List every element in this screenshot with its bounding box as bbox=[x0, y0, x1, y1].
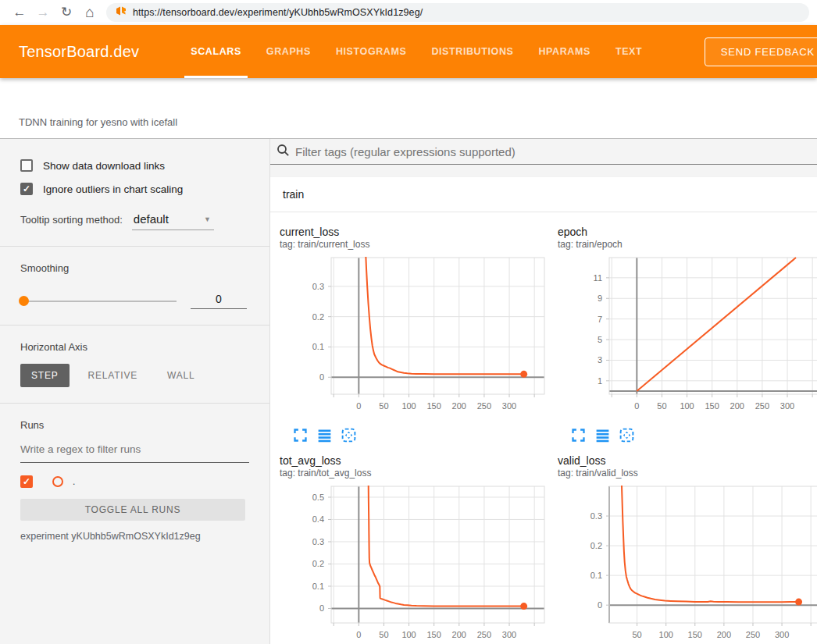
tab-histograms[interactable]: HISTOGRAMS bbox=[323, 25, 419, 78]
svg-text:200: 200 bbox=[717, 630, 731, 639]
tab-graphs[interactable]: GRAPHS bbox=[254, 25, 323, 78]
svg-text:0: 0 bbox=[319, 603, 324, 613]
svg-text:50: 50 bbox=[632, 630, 641, 639]
line-chart-valid-loss[interactable]: 5010015020025030000.10.20.3 bbox=[551, 484, 817, 644]
browser-toolbar: ← → ↻ ⌂ https://tensorboard.dev/experime… bbox=[0, 0, 817, 25]
svg-text:0.1: 0.1 bbox=[312, 342, 324, 351]
flatten-icon bbox=[594, 427, 611, 443]
tab-distributions[interactable]: DISTRIBUTIONS bbox=[419, 25, 526, 78]
svg-text:300: 300 bbox=[502, 401, 516, 411]
svg-text:0: 0 bbox=[319, 372, 324, 382]
svg-text:150: 150 bbox=[705, 401, 719, 411]
chart-tag: tag: train/tot_avg_loss bbox=[280, 468, 545, 479]
svg-text:9: 9 bbox=[598, 294, 602, 303]
line-chart-epoch[interactable]: 0501001502002503001357911 bbox=[551, 255, 817, 421]
svg-text:300: 300 bbox=[780, 401, 794, 411]
filter-tags-input[interactable]: Filter tags (regular expressions support… bbox=[270, 139, 817, 165]
toggle-all-runs-button[interactable]: TOGGLE ALL RUNS bbox=[20, 499, 245, 521]
ignore-outliers-checkbox[interactable]: ✓ bbox=[20, 183, 33, 195]
run-name: . bbox=[73, 476, 75, 487]
tooltip-sorting-label: Tooltip sorting method: bbox=[20, 214, 123, 226]
svg-text:100: 100 bbox=[401, 401, 416, 411]
chart-title: tot_avg_loss bbox=[280, 454, 545, 468]
show-download-links-label: Show data download links bbox=[43, 160, 165, 172]
svg-text:0.2: 0.2 bbox=[590, 541, 602, 550]
svg-text:7: 7 bbox=[598, 315, 602, 324]
charts-grid: current_loss tag: train/current_loss 050… bbox=[270, 212, 817, 644]
line-chart-tot-avg-loss[interactable]: 05010015020025030000.10.20.30.40.5 bbox=[273, 484, 545, 644]
svg-text:11: 11 bbox=[594, 273, 602, 283]
axis-wall-button[interactable]: WALL bbox=[156, 364, 205, 387]
flatten-chart-button[interactable] bbox=[594, 427, 611, 443]
fit-domain-button[interactable] bbox=[619, 427, 635, 443]
divider bbox=[0, 403, 269, 404]
fit-domain-button[interactable] bbox=[341, 427, 357, 443]
settings-sidebar: Show data download links ✓ Ignore outlie… bbox=[0, 139, 270, 644]
send-feedback-button[interactable]: SEND FEEDBACK bbox=[705, 37, 817, 66]
search-icon bbox=[276, 144, 290, 160]
svg-text:0: 0 bbox=[634, 401, 639, 411]
axis-relative-button[interactable]: RELATIVE bbox=[77, 364, 149, 387]
address-bar[interactable]: https://tensorboard.dev/experiment/yKUbh… bbox=[106, 3, 809, 22]
svg-text:0.3: 0.3 bbox=[312, 537, 324, 546]
svg-text:150: 150 bbox=[427, 401, 441, 411]
ignore-outliers-label: Ignore outliers in chart scaling bbox=[43, 183, 183, 195]
svg-text:0.3: 0.3 bbox=[312, 282, 324, 291]
flatten-chart-button[interactable] bbox=[316, 427, 333, 443]
svg-text:150: 150 bbox=[688, 630, 702, 639]
reload-icon[interactable]: ↻ bbox=[55, 1, 78, 24]
smoothing-label: Smoothing bbox=[20, 262, 269, 274]
scalars-main: Filter tags (regular expressions support… bbox=[270, 139, 817, 644]
smoothing-slider[interactable] bbox=[20, 301, 177, 302]
svg-text:0.5: 0.5 bbox=[312, 493, 324, 502]
axis-step-button[interactable]: STEP bbox=[20, 364, 70, 387]
chart-tag: tag: train/valid_loss bbox=[558, 468, 817, 479]
runs-regex-input[interactable]: Write a regex to filter runs bbox=[20, 443, 249, 463]
run-color-swatch[interactable] bbox=[52, 476, 63, 487]
tab-hparams[interactable]: HPARAMS bbox=[526, 25, 602, 78]
chart-actions bbox=[570, 427, 817, 443]
tooltip-sorting-value: default bbox=[134, 212, 169, 226]
svg-text:100: 100 bbox=[401, 630, 416, 639]
chevron-down-icon: ▼ bbox=[204, 215, 211, 223]
tooltip-sorting-dropdown[interactable]: default ▼ bbox=[132, 212, 214, 230]
line-chart-current-loss[interactable]: 05010015020025030000.10.20.3 bbox=[273, 255, 545, 421]
divider bbox=[0, 325, 269, 326]
expand-chart-button[interactable] bbox=[570, 427, 587, 443]
chart-card-epoch: epoch tag: train/epoch 05010015020025030… bbox=[551, 226, 817, 443]
app-header: TensorBoard.dev SCALARS GRAPHS HISTOGRAM… bbox=[0, 25, 817, 78]
svg-text:5: 5 bbox=[598, 335, 602, 344]
run-list-item: ✓ . bbox=[20, 475, 269, 488]
forward-icon[interactable]: → bbox=[31, 1, 55, 24]
svg-text:250: 250 bbox=[477, 401, 491, 411]
svg-text:3: 3 bbox=[598, 355, 602, 365]
horizontal-axis-label: Horizontal Axis bbox=[20, 341, 269, 353]
svg-text:50: 50 bbox=[379, 401, 388, 411]
show-download-links-checkbox[interactable] bbox=[20, 159, 33, 172]
svg-text:0.2: 0.2 bbox=[312, 312, 324, 322]
svg-text:100: 100 bbox=[680, 401, 694, 411]
tab-text[interactable]: TEXT bbox=[603, 25, 655, 78]
svg-text:50: 50 bbox=[657, 401, 666, 411]
nav-tabs: SCALARS GRAPHS HISTOGRAMS DISTRIBUTIONS … bbox=[178, 25, 655, 78]
svg-text:150: 150 bbox=[427, 630, 441, 639]
experiment-id-caption: experiment yKUbhb5wRmOSXYkId1z9eg bbox=[20, 531, 269, 542]
fullscreen-icon bbox=[570, 427, 587, 443]
tab-scalars[interactable]: SCALARS bbox=[178, 25, 254, 78]
run-checkbox[interactable]: ✓ bbox=[20, 475, 33, 488]
smoothing-slider-thumb[interactable] bbox=[19, 296, 29, 306]
svg-text:1: 1 bbox=[598, 376, 602, 386]
chart-card-current-loss: current_loss tag: train/current_loss 050… bbox=[273, 226, 545, 443]
back-icon[interactable]: ← bbox=[8, 1, 31, 24]
expand-chart-button[interactable] bbox=[292, 427, 309, 443]
smoothing-value-input[interactable]: 0 bbox=[191, 293, 247, 309]
chart-card-valid-loss: valid_loss tag: train/valid_loss 5010015… bbox=[551, 454, 817, 644]
tag-group-card: train current_loss tag: train/current_lo… bbox=[270, 177, 817, 644]
chart-title: valid_loss bbox=[558, 454, 817, 468]
svg-text:0.2: 0.2 bbox=[312, 559, 324, 568]
tag-group-header[interactable]: train bbox=[270, 177, 817, 212]
chart-actions bbox=[292, 427, 545, 443]
experiment-title: TDNN training for yesno with icefall bbox=[19, 116, 177, 128]
home-icon[interactable]: ⌂ bbox=[78, 1, 102, 24]
chart-tag: tag: train/epoch bbox=[558, 239, 817, 251]
